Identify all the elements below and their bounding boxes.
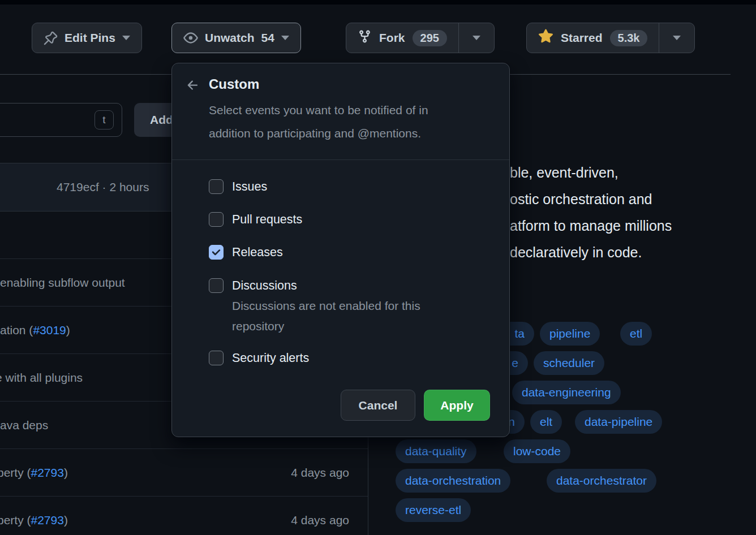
option-label: Discussions <box>232 279 297 293</box>
latest-commit-text: 4719ecf · 2 hours <box>57 163 149 211</box>
back-arrow-icon[interactable] <box>186 78 200 93</box>
edit-pins-button[interactable]: Edit Pins <box>32 23 142 53</box>
watch-count: 54 <box>261 31 274 45</box>
star-dropdown-button[interactable] <box>659 23 694 53</box>
pull-requests-checkbox[interactable] <box>209 212 224 227</box>
option-label: Releases <box>232 245 283 260</box>
commit-message-text: perty ( <box>0 466 31 479</box>
issues-checkbox[interactable] <box>209 179 224 194</box>
star-count: 5.3k <box>610 30 648 46</box>
option-label: Pull requests <box>232 213 302 227</box>
unwatch-label: Unwatch <box>205 31 255 45</box>
keyboard-shortcut-hint: t <box>94 110 114 130</box>
about-line: ostic orchestration and <box>510 186 672 213</box>
popover-description-line: Select events you want to be notified of… <box>209 98 428 122</box>
issue-link[interactable]: #3019 <box>33 323 66 336</box>
topic-tag[interactable]: pipeline <box>540 322 600 346</box>
popover-description: Select events you want to be notified of… <box>209 98 428 145</box>
discussions-checkbox[interactable] <box>209 278 224 293</box>
option-label: Issues <box>232 180 267 194</box>
chevron-down-icon <box>122 36 130 40</box>
about-line: atform to manage millions <box>510 213 672 239</box>
go-to-file-input[interactable]: t <box>0 103 122 137</box>
fork-count: 295 <box>413 30 447 46</box>
popover-divider <box>172 159 509 160</box>
table-row[interactable]: perty (#2793) 4 days ago <box>0 449 368 497</box>
table-row[interactable]: perty (#2793) 4 days ago <box>0 497 368 535</box>
commit-message-text: ) <box>66 323 70 336</box>
pin-icon <box>44 31 58 45</box>
popover-title: Custom <box>209 76 259 92</box>
page-top-strip <box>0 0 756 5</box>
topic-tag[interactable]: etl <box>620 322 652 346</box>
topic-tag[interactable]: data-pipeline <box>575 410 662 434</box>
option-releases[interactable]: Releases <box>209 245 283 260</box>
popover-footer: Cancel Apply <box>341 390 490 421</box>
star-split-button: Starred 5.3k <box>526 23 695 53</box>
releases-checkbox[interactable] <box>209 245 224 260</box>
eye-icon <box>183 31 198 45</box>
commit-message: perty (#2793) <box>0 514 291 527</box>
issue-link[interactable]: #2793 <box>31 466 64 479</box>
star-icon <box>538 29 553 47</box>
topic-tag[interactable]: reverse-etl <box>396 498 471 522</box>
chevron-down-icon <box>472 36 480 40</box>
security-alerts-checkbox[interactable] <box>209 351 224 365</box>
edit-pins-label: Edit Pins <box>65 31 115 45</box>
chevron-down-icon <box>673 36 681 40</box>
commit-date: 4 days ago <box>291 466 349 480</box>
about-description: ble, event-driven, ostic orchestration a… <box>510 159 672 266</box>
fork-icon <box>358 29 372 46</box>
custom-notifications-popover: Custom Select events you want to be noti… <box>171 63 510 437</box>
topic-tag[interactable]: data-quality <box>396 439 476 463</box>
issue-link[interactable]: #2793 <box>31 514 64 527</box>
topic-tag[interactable]: data-orchestrator <box>547 469 656 493</box>
commit-message: perty (#2793) <box>0 466 291 480</box>
commit-message-text: ) <box>64 466 68 479</box>
starred-label: Starred <box>561 31 603 45</box>
option-issues[interactable]: Issues <box>209 179 267 194</box>
about-line: ble, event-driven, <box>510 159 672 186</box>
fork-split-button: Fork 295 <box>346 23 495 53</box>
starred-button[interactable]: Starred 5.3k <box>527 23 659 53</box>
option-security-alerts[interactable]: Security alerts <box>209 351 309 365</box>
unwatch-button[interactable]: Unwatch 54 <box>171 23 301 53</box>
add-file-label: Add <box>150 113 173 127</box>
repo-action-bar: Edit Pins <box>32 23 142 53</box>
commit-message-text: ) <box>64 514 68 527</box>
topic-tag[interactable]: elt <box>530 410 562 434</box>
fork-dropdown-button[interactable] <box>459 23 494 53</box>
fork-label: Fork <box>379 31 405 45</box>
commit-message-text: perty ( <box>0 514 31 527</box>
apply-button[interactable]: Apply <box>424 390 490 421</box>
topic-tag[interactable]: data-orchestration <box>396 469 510 493</box>
cancel-button[interactable]: Cancel <box>341 390 415 421</box>
option-discussions[interactable]: Discussions <box>209 278 297 293</box>
popover-description-line: addition to participating and @mentions. <box>209 122 428 145</box>
commit-date: 4 days ago <box>291 514 349 527</box>
discussions-note: Discussions are not enabled for this rep… <box>232 296 470 336</box>
topic-tag[interactable]: low-code <box>504 439 570 463</box>
commit-message-text: ation ( <box>0 323 33 336</box>
topic-tag[interactable]: data-engineering <box>512 381 621 404</box>
option-label: Security alerts <box>232 351 309 365</box>
topic-tag[interactable]: scheduler <box>534 351 604 375</box>
about-line: declaratively in code. <box>510 239 672 266</box>
option-pull-requests[interactable]: Pull requests <box>209 212 302 227</box>
chevron-down-icon <box>281 36 289 40</box>
fork-button[interactable]: Fork 295 <box>346 23 459 53</box>
